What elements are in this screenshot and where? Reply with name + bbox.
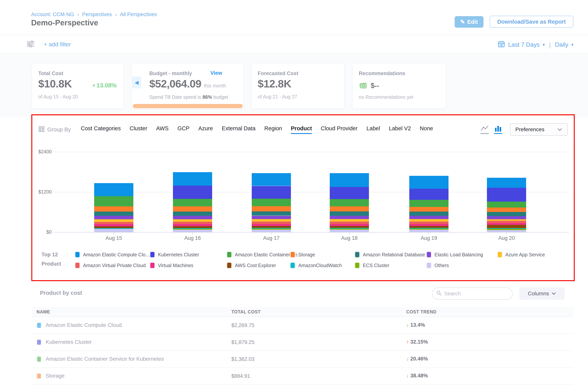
add-filter-button[interactable]: + add filter bbox=[44, 41, 71, 48]
preferences-dropdown[interactable]: Preferences bbox=[510, 123, 568, 136]
bar-segment-azure-app-service[interactable] bbox=[252, 219, 291, 222]
tab-external-data[interactable]: External Data bbox=[222, 125, 256, 134]
bar-segment-amazoncloudwatch[interactable] bbox=[330, 228, 369, 229]
bar-segment-amazon-elastic-compute-cloud[interactable] bbox=[409, 176, 448, 189]
bar-segment-elastic-load-balancing[interactable] bbox=[487, 216, 526, 219]
legend-item-aws-cost-explorer[interactable]: AWS Cost Explorer bbox=[226, 262, 276, 269]
chevron-down-icon[interactable]: ▾ bbox=[543, 42, 545, 47]
bar-segment-amazon-elastic-compute-cloud[interactable] bbox=[330, 173, 369, 187]
bar-segment-elastic-load-balancing[interactable] bbox=[173, 216, 212, 219]
budget-view-link[interactable]: View bbox=[210, 70, 222, 76]
bar-segment-amazon-elastic-container-service-for-kubernetes[interactable] bbox=[173, 199, 212, 206]
bar-segment-amazon-relational-database-service[interactable] bbox=[252, 211, 291, 216]
bar-segment-others[interactable] bbox=[487, 230, 526, 232]
bar-segment-amazoncloudwatch[interactable] bbox=[94, 228, 133, 229]
bar-segment-ecs-cluster[interactable] bbox=[487, 229, 526, 230]
bar-segment-elastic-load-balancing[interactable] bbox=[252, 216, 291, 219]
stacked-bar-aug-15[interactable] bbox=[94, 152, 133, 232]
bar-segment-kubernetes-cluster[interactable] bbox=[330, 187, 369, 199]
bar-segment-elastic-load-balancing[interactable] bbox=[94, 216, 133, 219]
stacked-bar-aug-19[interactable] bbox=[409, 152, 448, 232]
breadcrumb-perspectives[interactable]: Perspectives bbox=[82, 12, 112, 18]
bar-segment-amazon-virtual-private-cloud[interactable] bbox=[252, 222, 291, 224]
legend-item-virtual-machines[interactable]: Virtual Machines bbox=[150, 262, 193, 269]
bar-segment-amazon-virtual-private-cloud[interactable] bbox=[330, 222, 369, 224]
bar-segment-others[interactable] bbox=[252, 230, 291, 232]
bar-segment-amazon-virtual-private-cloud[interactable] bbox=[409, 222, 448, 224]
bar-segment-elastic-load-balancing[interactable] bbox=[330, 216, 369, 219]
bar-segment-ecs-cluster[interactable] bbox=[173, 229, 212, 230]
table-row-kubernetes-cluster[interactable]: Kubernetes Cluster$1,879.25↑32.15% bbox=[32, 334, 574, 351]
bar-segment-storage[interactable] bbox=[330, 206, 369, 211]
tab-cost-categories[interactable]: Cost Categories bbox=[81, 125, 121, 134]
stacked-bar-aug-16[interactable] bbox=[173, 152, 212, 232]
bar-segment-elastic-load-balancing[interactable] bbox=[409, 216, 448, 219]
bar-segment-amazon-elastic-compute-cloud[interactable] bbox=[252, 173, 291, 186]
column-header-name[interactable]: NAME bbox=[36, 309, 50, 314]
bar-segment-amazon-elastic-container-service-for-kubernetes[interactable] bbox=[252, 199, 291, 206]
bar-segment-azure-app-service[interactable] bbox=[94, 219, 133, 222]
date-range-dropdown[interactable]: Last 7 Days bbox=[508, 41, 540, 48]
tab-cluster[interactable]: Cluster bbox=[130, 125, 147, 134]
bar-segment-amazon-elastic-compute-cloud[interactable] bbox=[173, 172, 212, 186]
bar-segment-virtual-machines[interactable] bbox=[252, 224, 291, 226]
bar-segment-aws-cost-explorer[interactable] bbox=[94, 226, 133, 228]
chevron-down-icon[interactable]: ▾ bbox=[571, 42, 574, 47]
bar-segment-aws-cost-explorer[interactable] bbox=[330, 226, 369, 228]
bar-segment-others[interactable] bbox=[173, 230, 212, 232]
legend-item-amazon-relational-database[interactable]: Amazon Relational Database ... bbox=[354, 251, 430, 258]
column-header-cost-trend[interactable]: COST TREND bbox=[406, 309, 436, 314]
budget-prev-button[interactable]: ◀ bbox=[132, 76, 141, 88]
bar-segment-azure-app-service[interactable] bbox=[330, 219, 369, 222]
tab-label-v2[interactable]: Label V2 bbox=[389, 125, 411, 134]
bar-segment-storage[interactable] bbox=[487, 208, 526, 212]
bar-segment-virtual-machines[interactable] bbox=[330, 224, 369, 226]
table-row-amazon-elastic-compute-cloud[interactable]: Amazon Elastic Compute Cloud$2,269.75↓13… bbox=[32, 317, 574, 334]
legend-item-kubernetes-cluster[interactable]: Kubernetes Cluster bbox=[150, 251, 199, 258]
bar-segment-amazon-virtual-private-cloud[interactable] bbox=[487, 221, 526, 223]
bar-segment-storage[interactable] bbox=[94, 206, 133, 212]
bar-segment-kubernetes-cluster[interactable] bbox=[173, 186, 212, 199]
stacked-bar-aug-18[interactable] bbox=[330, 152, 369, 232]
legend-item-storage[interactable]: Storage bbox=[290, 251, 315, 258]
bar-segment-storage[interactable] bbox=[252, 206, 291, 211]
bar-segment-amazon-elastic-compute-cloud[interactable] bbox=[487, 178, 526, 188]
filter-sliders-icon[interactable] bbox=[26, 40, 35, 49]
bar-segment-kubernetes-cluster[interactable] bbox=[252, 186, 291, 199]
bar-segment-storage[interactable] bbox=[173, 206, 212, 211]
stacked-bar-aug-17[interactable] bbox=[252, 152, 291, 232]
bar-segment-amazoncloudwatch[interactable] bbox=[409, 228, 448, 229]
bar-segment-amazon-elastic-container-service-for-kubernetes[interactable] bbox=[330, 199, 369, 206]
legend-item-amazon-elastic-compute-clo[interactable]: Amazon Elastic Compute Clo... bbox=[75, 251, 150, 258]
tab-azure[interactable]: Azure bbox=[198, 125, 213, 134]
table-row-storage[interactable]: Storage$884.91↓38.48% bbox=[32, 368, 574, 385]
chart-plot[interactable]: $2400$1200$0Aug 15Aug 16Aug 17Aug 18Aug … bbox=[54, 152, 569, 232]
tab-label[interactable]: Label bbox=[366, 125, 380, 134]
stacked-bar-aug-20[interactable] bbox=[487, 152, 526, 232]
breadcrumb-account[interactable]: Account: CCM-NG bbox=[31, 12, 74, 18]
edit-button[interactable]: ✎ Edit bbox=[455, 16, 484, 28]
bar-segment-amazoncloudwatch[interactable] bbox=[487, 228, 526, 229]
bar-segment-amazoncloudwatch[interactable] bbox=[252, 228, 291, 229]
bar-segment-azure-app-service[interactable] bbox=[409, 219, 448, 222]
bar-segment-storage[interactable] bbox=[409, 207, 448, 212]
legend-item-amazon-virtual-private-cloud[interactable]: Amazon Virtual Private Cloud bbox=[75, 262, 146, 269]
bar-segment-amazon-virtual-private-cloud[interactable] bbox=[173, 222, 212, 224]
bar-segment-azure-app-service[interactable] bbox=[173, 219, 212, 222]
bar-segment-kubernetes-cluster[interactable] bbox=[487, 188, 526, 202]
tab-aws[interactable]: AWS bbox=[156, 125, 168, 134]
tab-none[interactable]: None bbox=[420, 125, 433, 134]
legend-item-amazoncloudwatch[interactable]: AmazonCloudWatch bbox=[290, 262, 342, 269]
tab-cloud-provider[interactable]: Cloud Provider bbox=[321, 125, 358, 134]
bar-segment-amazon-relational-database-service[interactable] bbox=[94, 212, 133, 216]
bar-segment-virtual-machines[interactable] bbox=[409, 224, 448, 226]
bar-segment-aws-cost-explorer[interactable] bbox=[487, 225, 526, 228]
bar-segment-amazon-relational-database-service[interactable] bbox=[487, 212, 526, 216]
bar-segment-aws-cost-explorer[interactable] bbox=[252, 226, 291, 228]
bar-segment-amazon-elastic-compute-cloud[interactable] bbox=[94, 183, 133, 196]
download-save-report-button[interactable]: Download/Save as Report bbox=[490, 16, 574, 28]
bar-segment-azure-app-service[interactable] bbox=[487, 219, 526, 221]
bar-segment-others[interactable] bbox=[94, 229, 133, 232]
bar-segment-aws-cost-explorer[interactable] bbox=[173, 226, 212, 228]
bar-segment-amazon-virtual-private-cloud[interactable] bbox=[94, 222, 133, 224]
